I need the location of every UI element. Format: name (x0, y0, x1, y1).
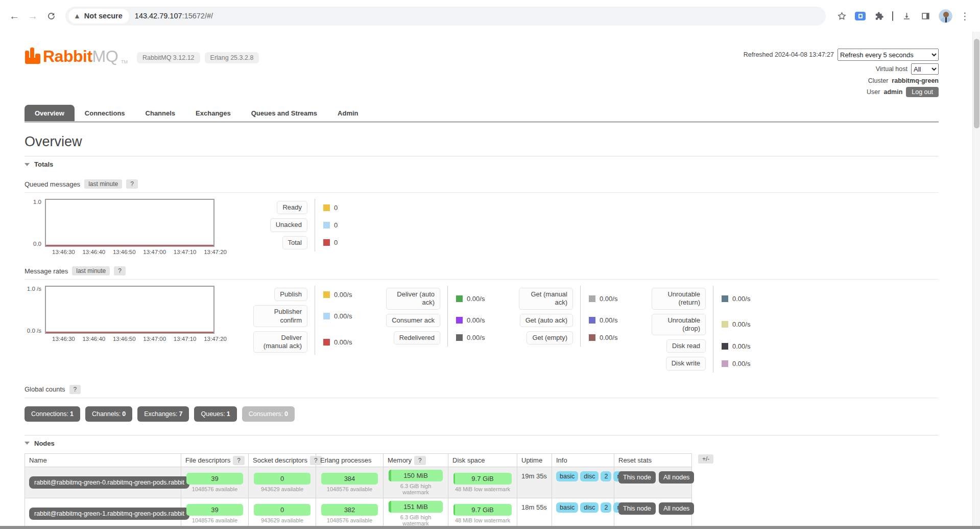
uptime-cell: 19m 35s (517, 467, 552, 498)
legend-label-button[interactable]: Get (manual ack) (519, 288, 573, 310)
nodes-header-row: Name File descriptors? Socket descriptor… (25, 453, 692, 467)
legend-swatch (323, 339, 330, 346)
extension-blue-icon[interactable] (855, 12, 866, 20)
node-name-pill[interactable]: rabbit@rabbitmq-green-0.rabbitmq-green-p… (29, 476, 189, 489)
browser-actions: ⋮ (831, 9, 975, 23)
reload-button[interactable] (42, 7, 60, 25)
memory-help-badge[interactable]: ? (414, 456, 426, 465)
rates-window-badge[interactable]: last minute (72, 266, 110, 275)
tab-queues-and-streams[interactable]: Queues and Streams (241, 105, 327, 121)
columns-toggle-badge[interactable]: +/- (698, 454, 713, 464)
section-totals[interactable]: Totals (25, 156, 939, 172)
section-nodes[interactable]: Nodes (25, 435, 939, 451)
legend-label-button[interactable]: Disk read (666, 339, 706, 353)
profile-avatar[interactable] (939, 9, 952, 23)
erlang-cell: 3841048576 available (316, 467, 384, 498)
legend-label-button[interactable]: Publish (274, 288, 307, 301)
reset-all-nodes-button[interactable]: All nodes (659, 502, 694, 515)
info-badge-count[interactable]: 2 (601, 502, 611, 513)
connections-count-button[interactable]: Connections:1 (25, 406, 80, 422)
legend-label-button[interactable]: Ready (277, 201, 307, 214)
global-counts-help-badge[interactable]: ? (69, 385, 81, 394)
legend-label-button[interactable]: Consumer ack (386, 314, 440, 327)
consumers-count-button[interactable]: Consumers:0 (242, 406, 295, 422)
exchanges-count-button[interactable]: Exchanges:7 (137, 406, 189, 422)
legend-label-button[interactable]: Publisher confirm (253, 305, 307, 327)
reset-all-nodes-button[interactable]: All nodes (659, 471, 694, 484)
rates-legend: Publish 0.00/s Publisher confirm 0.00/s … (249, 286, 780, 373)
tab-channels[interactable]: Channels (135, 105, 186, 121)
download-icon[interactable] (901, 10, 912, 21)
fd-help-badge[interactable]: ? (233, 456, 245, 465)
virtual-host-select[interactable]: All (911, 63, 939, 75)
url-host: 143.42.79.107 (135, 12, 182, 20)
legend-label-button[interactable]: Deliver (auto ack) (386, 288, 440, 310)
tab-overview[interactable]: Overview (25, 105, 75, 121)
queued-window-badge[interactable]: last minute (84, 179, 122, 189)
plot-area (45, 286, 214, 334)
refresh-interval-select[interactable]: Refresh every 5 seconds (838, 49, 939, 61)
legend-label-button[interactable]: Redelivered (394, 331, 440, 344)
menu-kebab-icon[interactable]: ⋮ (960, 10, 970, 22)
legend-label-button[interactable]: Disk write (666, 357, 706, 370)
x-tick: 13:47:00 (143, 249, 166, 255)
info-badge-disc[interactable]: disc (580, 471, 599, 481)
legend-label-button[interactable]: Get (auto ack) (520, 314, 573, 327)
queues-count-button[interactable]: Queues:1 (194, 406, 236, 422)
reset-this-node-button[interactable]: This node (618, 471, 656, 484)
channels-count-button[interactable]: Channels:0 (85, 406, 132, 422)
extensions-puzzle-icon[interactable] (873, 10, 885, 21)
legend-value: 0.00/s (467, 295, 485, 303)
message-rates-chart: 1.0 /s 0.0 /s 13:46:30 13:46:40 13:46:50… (25, 286, 939, 373)
legend-swatch (722, 321, 728, 328)
info-badge-disc[interactable]: disc (580, 502, 599, 513)
erlang-cell: 3821048576 available (316, 498, 384, 526)
side-panel-icon[interactable] (920, 10, 931, 21)
legend-swatch (589, 295, 595, 302)
legend-value: 0.00/s (600, 295, 617, 303)
legend-label-button[interactable]: Unacked (270, 218, 307, 232)
node-name-pill[interactable]: rabbit@rabbitmq-green-1.rabbitmq-green-p… (29, 508, 189, 520)
legend-label-button[interactable]: Unroutable (drop) (652, 314, 706, 336)
tab-connections[interactable]: Connections (75, 105, 135, 121)
col-info: Info (552, 453, 614, 467)
cluster-name: rabbitmq-green (892, 77, 939, 84)
legend-value: 0.00/s (334, 312, 352, 320)
bookmark-star-icon[interactable] (836, 10, 847, 21)
queued-help-badge[interactable]: ? (126, 179, 138, 189)
legend-value: 0.00/s (600, 316, 617, 324)
legend-value: 0 (334, 204, 338, 212)
tab-admin[interactable]: Admin (327, 105, 368, 121)
x-tick: 13:46:40 (82, 336, 105, 342)
scrollbar-thumb[interactable] (974, 39, 979, 128)
legend-label-button[interactable]: Get (empty) (527, 331, 573, 344)
tab-exchanges[interactable]: Exchanges (185, 105, 241, 121)
address-bar[interactable]: ▲ Not secure 143.42.79.107:15672/#/ (65, 7, 826, 26)
legend-label-button[interactable]: Unroutable (return) (652, 288, 706, 310)
warning-icon: ▲ (74, 12, 81, 20)
legend-value: 0.00/s (732, 295, 750, 303)
legend-label-button[interactable]: Total (282, 236, 307, 249)
logo-tm: TM (121, 59, 128, 64)
col-memory: Memory? (384, 453, 448, 467)
back-button[interactable]: ← (5, 7, 23, 25)
rates-help-badge[interactable]: ? (114, 266, 126, 275)
info-badge-basic[interactable]: basic (556, 502, 578, 513)
node-row: rabbit@rabbitmq-green-1.rabbitmq-green-p… (25, 498, 692, 526)
rabbitmq-version-badge: RabbitMQ 3.12.12 (137, 52, 200, 63)
legend-label-button[interactable]: Deliver (manual ack) (253, 331, 307, 353)
memory-cell: 151 MiB6.3 GiB high watermark (384, 498, 448, 526)
reset-this-node-button[interactable]: This node (618, 502, 656, 515)
legend-swatch (323, 222, 330, 228)
legend-value: 0.00/s (467, 316, 485, 324)
rate-series-line (46, 332, 213, 333)
info-badge-basic[interactable]: basic (556, 471, 578, 481)
info-badge-count[interactable]: 2 (601, 471, 611, 481)
rabbitmq-logo[interactable]: RabbitMQ TM (25, 47, 128, 64)
not-secure-chip[interactable]: ▲ Not secure (68, 9, 129, 24)
page-scrollbar[interactable] (972, 32, 980, 529)
url-text[interactable]: 143.42.79.107:15672/#/ (135, 12, 213, 20)
forward-button[interactable]: → (23, 7, 42, 25)
logout-button[interactable]: Log out (906, 87, 939, 97)
window-bottom-edge (0, 526, 980, 529)
